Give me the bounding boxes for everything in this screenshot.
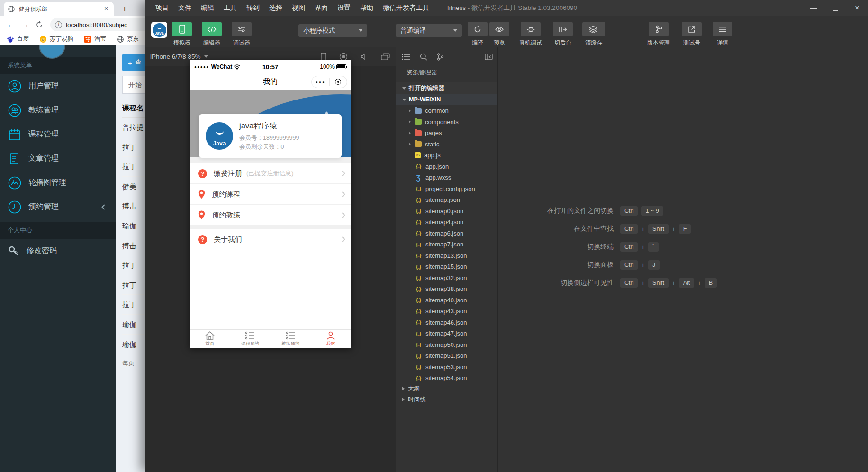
menu-item-book-course[interactable]: 预约课程 [190,184,351,204]
menu-item-register[interactable]: ? 缴费注册 (已提交注册信息) [190,163,351,183]
bookmark-suning[interactable]: 苏宁易购 [39,35,73,43]
tree-item[interactable]: pages [396,127,497,139]
file-name: app.wxss [425,174,451,181]
reload-icon[interactable] [33,18,45,31]
tree-item[interactable]: app.wxss [396,172,497,183]
switch-background-button[interactable]: 切后台 [549,22,577,47]
tree-item[interactable]: common [396,105,497,117]
tree-item[interactable]: sitemap15.json [396,261,497,272]
exit-target-icon[interactable] [330,79,347,85]
menubar-item[interactable]: 设置 [333,4,355,12]
account-avatar[interactable]: Java [151,22,167,38]
sound-icon[interactable] [361,53,368,60]
menubar-item[interactable]: 编辑 [196,4,219,12]
git-graph-icon[interactable] [437,53,444,61]
tree-item[interactable]: sitemap38.json [396,283,497,295]
mode-select[interactable]: 小程序模式 [298,24,367,37]
project-root-folder[interactable]: MP-WEIXIN [396,94,497,105]
bookmark-jd[interactable]: 京东 [117,35,139,43]
sidebar-item-password[interactable]: 修改密码 [0,239,116,263]
sidebar-item-carousel[interactable]: 轮播图管理 [0,171,116,195]
menubar-item[interactable]: 帮助 [355,4,378,12]
menubar-item[interactable]: 项目 [151,4,173,12]
tree-item[interactable]: app.js [396,150,497,161]
new-tab-button[interactable]: + [118,4,131,14]
minimize-button[interactable] [803,0,824,16]
bookmark-taobao[interactable]: 淘宝 [84,35,106,43]
tree-item[interactable]: sitemap51.json [396,350,497,362]
timeline-section[interactable]: 时间线 [396,394,497,405]
collapse-sidebar-icon[interactable] [485,54,493,60]
device-selector[interactable]: iPhone 6/7/8 85% [150,53,208,60]
tree-item[interactable]: sitemap40.json [396,295,497,306]
browser-tab[interactable]: 健身俱乐部 × [4,2,114,16]
home-icon [205,331,215,340]
menubar-item[interactable]: 界面 [310,4,333,12]
clear-cache-button[interactable]: 清缓存 [579,22,608,47]
debugger-toggle[interactable]: 调试器 [227,22,256,47]
sidebar-item-bookings[interactable]: 预约管理 [0,195,116,219]
menubar-item[interactable]: 文件 [173,4,196,12]
device-debug-button[interactable]: 真机调试 [516,22,545,47]
editor-toggle[interactable]: 编辑器 [198,22,226,47]
tree-item[interactable]: static [396,139,497,150]
tree-item[interactable]: app.json [396,161,497,172]
tab-mine[interactable]: 我的 [311,330,351,348]
outline-section[interactable]: 大纲 [396,383,497,394]
multi-window-icon[interactable] [381,53,390,60]
editor-pane[interactable]: 在打开的文件之间切换Ctrl1 ~ 9在文件中查找Ctrl+Shift+F切换终… [497,47,868,472]
tab-coach-booking[interactable]: 教练预约 [271,330,311,348]
tree-item[interactable]: sitemap50.json [396,339,497,351]
tree-item[interactable]: sitemap54.json [396,372,497,384]
tree-item[interactable]: sitemap53.json [396,362,497,373]
sidebar-item-coaches[interactable]: 教练管理 [0,98,116,122]
add-query-button[interactable]: + 查 [122,54,145,71]
tree-item[interactable]: sitemap7.json [396,239,497,250]
sidebar-item-label: 修改密码 [27,246,57,256]
tree-item[interactable]: sitemap0.json [396,206,497,217]
tree-item[interactable]: sitemap47.json [396,328,497,339]
menubar-item[interactable]: 转到 [242,4,264,12]
preview-button[interactable]: 预览 [488,22,510,47]
tree-item[interactable]: project.config.json [396,183,497,195]
menu-item-book-coach[interactable]: 预约教练 [190,205,351,225]
tree-item[interactable]: sitemap46.json [396,317,497,328]
keycap: Ctrl [620,206,638,216]
menubar-item[interactable]: 微信开发者工具 [378,4,434,12]
tree-item[interactable]: sitemap6.json [396,228,497,239]
compile-button[interactable]: 编译 [467,22,488,47]
menu-item-about[interactable]: ? 关于我们 [190,229,351,249]
info-icon[interactable]: i [55,21,62,28]
menubar-item[interactable]: 选择 [264,4,287,12]
test-account-button[interactable]: 测试号 [678,22,706,47]
tree-item[interactable]: sitemap43.json [396,306,497,317]
compile-mode-select[interactable]: 普通编译 [396,24,462,37]
menubar-item[interactable]: 视图 [287,4,310,12]
tree-item[interactable]: sitemap32.json [396,272,497,284]
search-icon[interactable] [420,53,427,61]
tab-course-booking[interactable]: 课程预约 [230,330,270,348]
tab-close-icon[interactable]: × [102,5,110,13]
tree-item[interactable]: sitemap4.json [396,217,497,228]
details-button[interactable]: 详情 [708,22,737,47]
version-control-button[interactable]: 版本管理 [644,22,673,47]
back-icon[interactable]: ← [5,18,17,31]
tree-item[interactable]: sitemap13.json [396,250,497,262]
sidebar-item-users[interactable]: 用户管理 [0,74,116,98]
bookmark-baidu[interactable]: 百度 [7,35,29,43]
course-search-input[interactable] [122,76,145,94]
menubar-item[interactable]: 工具 [219,4,242,12]
more-icon[interactable]: ●●● [312,80,329,84]
open-editors-section[interactable]: 打开的编辑器 [396,82,497,94]
maximize-button[interactable] [824,0,846,16]
chevron-left-icon[interactable] [101,204,107,209]
tab-home[interactable]: 首页 [190,330,230,348]
file-list-icon[interactable] [402,54,410,60]
tree-item[interactable]: sitemap.json [396,194,497,206]
tree-item[interactable]: components [396,117,497,128]
sidebar-item-articles[interactable]: 文章管理 [0,146,116,171]
sidebar-item-courses[interactable]: 课程管理 [0,122,116,146]
close-button[interactable]: × [846,0,868,16]
forward-icon[interactable]: → [19,18,31,31]
simulator-toggle[interactable]: 模拟器 [168,22,196,47]
